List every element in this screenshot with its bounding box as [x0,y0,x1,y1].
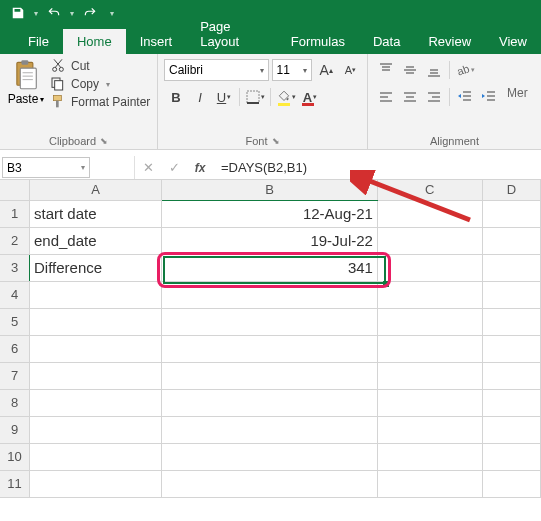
cell-A1[interactable]: start date [29,200,161,227]
cell-D2[interactable] [482,227,540,254]
italic-button[interactable]: I [188,86,212,108]
row-header-5[interactable]: 5 [0,308,29,335]
formula-input[interactable] [213,156,541,179]
cell-C5[interactable] [377,308,482,335]
cells-grid[interactable]: A B C D 1 start date 12-Aug-21 2 end_dat… [0,180,541,498]
cell-A4[interactable] [29,281,161,308]
cell-B5[interactable] [162,308,378,335]
save-icon[interactable] [6,2,30,24]
tab-formulas[interactable]: Formulas [277,29,359,54]
row-header-2[interactable]: 2 [0,227,29,254]
cell-C9[interactable] [377,416,482,443]
cut-button[interactable]: Cut [50,58,150,74]
cancel-formula-icon[interactable]: ✕ [135,160,161,175]
cell-A11[interactable] [29,470,161,497]
cell-B1[interactable]: 12-Aug-21 [162,200,378,227]
tab-data[interactable]: Data [359,29,414,54]
cell-C1[interactable] [377,200,482,227]
borders-button[interactable]: ▾ [243,86,267,108]
row-header-9[interactable]: 9 [0,416,29,443]
font-launcher-icon[interactable]: ⬊ [272,136,280,146]
cell-C3[interactable] [377,254,482,281]
redo-icon[interactable] [78,2,102,24]
row-header-7[interactable]: 7 [0,362,29,389]
cell-A5[interactable] [29,308,161,335]
cell-D7[interactable] [482,362,540,389]
decrease-indent-icon[interactable] [453,86,477,108]
tab-page-layout[interactable]: Page Layout [186,14,277,54]
tab-review[interactable]: Review [414,29,485,54]
cell-D1[interactable] [482,200,540,227]
row-header-8[interactable]: 8 [0,389,29,416]
tab-insert[interactable]: Insert [126,29,187,54]
undo-icon[interactable] [42,2,66,24]
cell-C4[interactable] [377,281,482,308]
enter-formula-icon[interactable]: ✓ [161,160,187,175]
font-size-combo[interactable]: 11▾ [272,59,313,81]
cell-B3[interactable]: 341 [162,254,378,281]
select-all-corner[interactable] [0,180,29,200]
cell-C10[interactable] [377,443,482,470]
clipboard-launcher-icon[interactable]: ⬊ [100,136,108,146]
name-box[interactable]: B3▾ [2,157,90,178]
col-header-D[interactable]: D [482,180,540,200]
row-header-6[interactable]: 6 [0,335,29,362]
fill-color-button[interactable]: ▾ [274,86,298,108]
align-top-icon[interactable] [374,59,398,81]
tab-view[interactable]: View [485,29,541,54]
cell-D11[interactable] [482,470,540,497]
col-header-C[interactable]: C [377,180,482,200]
paste-button[interactable]: Paste▾ [6,57,46,110]
cell-D6[interactable] [482,335,540,362]
font-color-button[interactable]: A ▾ [298,86,322,108]
align-middle-icon[interactable] [398,59,422,81]
align-left-icon[interactable] [374,86,398,108]
decrease-font-icon[interactable]: A▾ [340,59,361,81]
row-header-3[interactable]: 3 [0,254,29,281]
cell-A3[interactable]: Difference [29,254,161,281]
cell-B11[interactable] [162,470,378,497]
font-name-combo[interactable]: Calibri▾ [164,59,269,81]
format-painter-button[interactable]: Format Painter [50,94,150,110]
qat-customize-icon[interactable]: ▾ [110,9,114,18]
cell-B8[interactable] [162,389,378,416]
align-bottom-icon[interactable] [422,59,446,81]
cell-B7[interactable] [162,362,378,389]
orientation-icon[interactable]: ab▾ [453,59,477,81]
cell-D10[interactable] [482,443,540,470]
increase-indent-icon[interactable] [477,86,501,108]
cell-B6[interactable] [162,335,378,362]
merge-button[interactable]: Mer [501,86,528,108]
col-header-B[interactable]: B [162,180,378,200]
row-header-1[interactable]: 1 [0,200,29,227]
increase-font-icon[interactable]: A▴ [315,59,336,81]
cell-D5[interactable] [482,308,540,335]
row-header-10[interactable]: 10 [0,443,29,470]
row-header-4[interactable]: 4 [0,281,29,308]
tab-home[interactable]: Home [63,29,126,54]
col-header-A[interactable]: A [29,180,161,200]
fx-icon[interactable]: fx [187,161,213,175]
bold-button[interactable]: B [164,86,188,108]
cell-A9[interactable] [29,416,161,443]
cell-C7[interactable] [377,362,482,389]
cell-C11[interactable] [377,470,482,497]
cell-B2[interactable]: 19-Jul-22 [162,227,378,254]
fill-handle[interactable] [383,281,389,287]
copy-button[interactable]: Copy▾ [50,76,150,92]
cell-D4[interactable] [482,281,540,308]
tab-file[interactable]: File [14,29,63,54]
align-center-icon[interactable] [398,86,422,108]
row-header-11[interactable]: 11 [0,470,29,497]
underline-button[interactable]: U▾ [212,86,236,108]
cell-A10[interactable] [29,443,161,470]
cell-C8[interactable] [377,389,482,416]
cell-A8[interactable] [29,389,161,416]
cell-C6[interactable] [377,335,482,362]
cell-D3[interactable] [482,254,540,281]
cell-A6[interactable] [29,335,161,362]
align-right-icon[interactable] [422,86,446,108]
cell-B10[interactable] [162,443,378,470]
cell-A2[interactable]: end_date [29,227,161,254]
cell-D9[interactable] [482,416,540,443]
